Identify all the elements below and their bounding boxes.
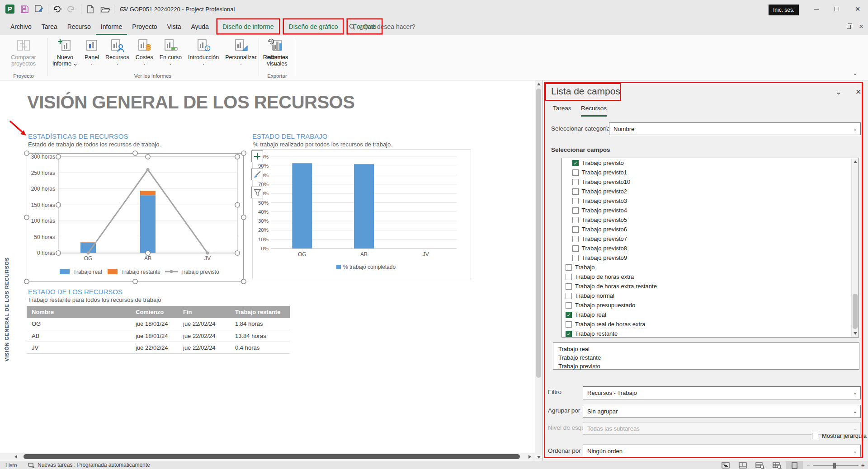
- panel-chevron-down-icon[interactable]: ⌄: [835, 88, 841, 96]
- ribbon-button-personalizar[interactable]: Personalizar⌄: [222, 35, 259, 67]
- team-planner-view-icon[interactable]: [751, 461, 769, 469]
- ribbon-button-costes[interactable]: Costes⌄: [132, 35, 156, 67]
- unchecked-checkbox[interactable]: [572, 188, 579, 195]
- category-dropdown[interactable]: Nombre⌄: [609, 122, 861, 135]
- save-icon[interactable]: [19, 4, 30, 14]
- field-item-trabajo-previsto7[interactable]: Trabajo previsto7: [562, 234, 859, 244]
- field-list-tab-recursos[interactable]: Recursos: [581, 105, 607, 117]
- redo-icon[interactable]: [66, 4, 77, 14]
- project-logo-icon[interactable]: P: [5, 4, 15, 14]
- ribbon-button-recursos[interactable]: Recursos⌄: [102, 35, 132, 67]
- unchecked-checkbox[interactable]: [572, 236, 579, 242]
- unchecked-checkbox[interactable]: [572, 226, 579, 233]
- resource-status-table[interactable]: NombreComienzoFinTrabajo restanteOGjue 1…: [27, 306, 290, 354]
- unchecked-checkbox[interactable]: [566, 302, 572, 309]
- open-folder-icon[interactable]: [99, 4, 110, 14]
- field-item-trabajo-restante[interactable]: ✓Trabajo restante: [562, 329, 859, 338]
- zoom-in-icon[interactable]: +: [861, 462, 865, 469]
- task-usage-view-icon[interactable]: [734, 461, 751, 469]
- unchecked-checkbox[interactable]: [566, 283, 572, 290]
- list-scrollbar[interactable]: [851, 158, 859, 337]
- selected-field-item[interactable]: Trabajo previsto: [553, 362, 859, 371]
- report-view-icon[interactable]: [786, 461, 803, 469]
- gantt-chart-view-icon[interactable]: [717, 461, 734, 469]
- chart-filters-button[interactable]: [251, 187, 263, 198]
- field-checkbox-list[interactable]: ✓Trabajo previstoTrabajo previsto1Trabaj…: [561, 158, 859, 338]
- ribbon-button-panel[interactable]: Panel⌄: [81, 35, 102, 67]
- close-window-icon[interactable]: ×: [859, 22, 863, 31]
- unchecked-checkbox[interactable]: [572, 217, 579, 223]
- tab-archivo[interactable]: Archivo: [5, 18, 37, 35]
- vertical-scrollbar[interactable]: [535, 80, 542, 461]
- tab-vista[interactable]: Vista: [162, 18, 186, 35]
- unchecked-checkbox[interactable]: [566, 321, 572, 328]
- tab-informe[interactable]: Informe: [96, 18, 127, 35]
- checked-checkbox[interactable]: ✓: [572, 160, 579, 166]
- unchecked-checkbox[interactable]: [566, 293, 572, 299]
- resource-stats-chart[interactable]: 0 horas50 horas100 horas150 horas200 hor…: [27, 153, 244, 284]
- unchecked-checkbox[interactable]: [572, 169, 579, 176]
- filter-dropdown[interactable]: Recursos - Trabajo⌄: [583, 386, 861, 399]
- visual-reports-button[interactable]: Informes visuales: [261, 35, 293, 67]
- tell-me-search[interactable]: ¿Qué desea hacer?: [349, 18, 415, 35]
- scroll-up-icon[interactable]: [854, 160, 857, 163]
- maximize-button[interactable]: [826, 0, 847, 18]
- tab-recurso[interactable]: Recurso: [62, 18, 96, 35]
- restore-window-icon[interactable]: [847, 25, 851, 29]
- selected-fields-box[interactable]: Trabajo realTrabajo restanteTrabajo prev…: [553, 342, 859, 370]
- field-item-trabajo-previsto5[interactable]: Trabajo previsto5: [562, 215, 859, 225]
- panel-close-icon[interactable]: ✕: [855, 88, 861, 96]
- scroll-up-icon[interactable]: [537, 83, 541, 85]
- work-status-chart[interactable]: 0%10%20%30%40%50%60%70%80%90%100%OGABJV%…: [252, 149, 471, 280]
- field-item-trabajo-de-horas-extra[interactable]: Trabajo de horas extra: [562, 272, 859, 281]
- field-item-trabajo[interactable]: Trabajo: [562, 263, 859, 272]
- chart-elements-button[interactable]: [251, 150, 263, 162]
- unchecked-checkbox[interactable]: [572, 255, 579, 261]
- sign-in-button[interactable]: Inic. ses.: [769, 5, 799, 15]
- tab-ayuda[interactable]: Ayuda: [186, 18, 213, 35]
- new-tasks-status[interactable]: Nuevas tareas : Programada automáticamen…: [28, 462, 150, 468]
- new-file-icon[interactable]: [85, 4, 96, 14]
- field-item-trabajo-previsto9[interactable]: Trabajo previsto9: [562, 253, 859, 263]
- vertical-scrollbar-thumb[interactable]: [536, 89, 541, 378]
- scroll-down-icon[interactable]: [854, 332, 857, 335]
- field-item-trabajo-previsto8[interactable]: Trabajo previsto8: [562, 244, 859, 253]
- field-item-trabajo-previsto2[interactable]: Trabajo previsto2: [562, 187, 859, 196]
- zoom-out-icon[interactable]: −: [807, 462, 811, 469]
- minimize-button[interactable]: [806, 0, 826, 18]
- field-item-trabajo-previsto3[interactable]: Trabajo previsto3: [562, 196, 859, 206]
- group-by-dropdown[interactable]: Sin agrupar⌄: [583, 405, 861, 418]
- ribbon-button-en-curso[interactable]: En curso⌄: [156, 35, 185, 67]
- horizontal-scrollbar-thumb[interactable]: [24, 454, 520, 459]
- scroll-down-icon[interactable]: [537, 456, 541, 459]
- unchecked-checkbox[interactable]: [572, 179, 579, 185]
- selected-field-item[interactable]: Trabajo real: [553, 345, 859, 353]
- field-item-trabajo-previsto4[interactable]: Trabajo previsto4: [562, 206, 859, 215]
- tab-proyecto[interactable]: Proyecto: [127, 18, 162, 35]
- field-list-tab-tareas[interactable]: Tareas: [553, 105, 571, 112]
- tab-diseno-de-grafico[interactable]: Diseño de gráfico: [284, 19, 343, 33]
- unchecked-checkbox[interactable]: [566, 264, 572, 271]
- ribbon-button-nuevo-informe[interactable]: Nuevo informe ⌄: [49, 35, 81, 67]
- checked-checkbox[interactable]: ✓: [566, 312, 572, 318]
- zoom-slider-thumb[interactable]: [833, 463, 836, 469]
- scroll-right-icon[interactable]: [528, 455, 531, 459]
- unchecked-checkbox[interactable]: [572, 207, 579, 214]
- field-item-trabajo-normal[interactable]: Trabajo normal: [562, 291, 859, 300]
- collapse-ribbon-icon[interactable]: ⌄: [853, 70, 858, 76]
- show-hierarchy-checkbox[interactable]: [812, 433, 818, 439]
- close-button[interactable]: ×: [847, 0, 868, 18]
- chart-styles-button[interactable]: [251, 169, 263, 180]
- horizontal-scrollbar[interactable]: [0, 453, 535, 461]
- zoom-slider[interactable]: [813, 465, 859, 466]
- resource-sheet-view-icon[interactable]: [769, 461, 786, 469]
- field-item-trabajo-de-horas-extra-restante[interactable]: Trabajo de horas extra restante: [562, 281, 859, 291]
- selected-field-item[interactable]: Trabajo restante: [553, 353, 859, 362]
- field-item-trabajo-previsto10[interactable]: Trabajo previsto10: [562, 177, 859, 187]
- unchecked-checkbox[interactable]: [566, 274, 572, 280]
- list-scrollbar-thumb[interactable]: [853, 294, 858, 329]
- tab-diseno-de-informe[interactable]: Diseño de informe: [217, 19, 279, 33]
- field-item-trabajo-previsto1[interactable]: Trabajo previsto1: [562, 168, 859, 177]
- field-item-trabajo-previsto[interactable]: ✓Trabajo previsto: [562, 158, 859, 168]
- field-item-trabajo-real[interactable]: ✓Trabajo real: [562, 310, 859, 319]
